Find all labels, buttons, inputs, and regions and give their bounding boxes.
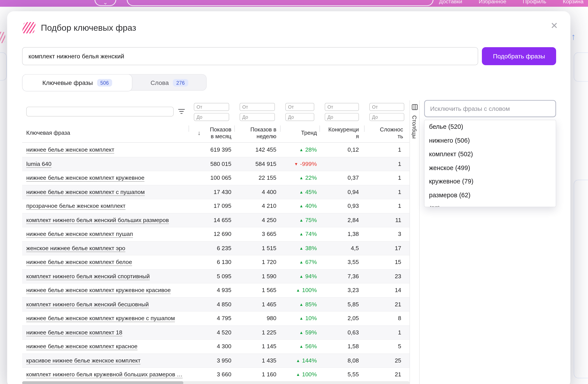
trend-up-icon: ▲ [299, 330, 303, 335]
words-count-badge: 276 [173, 79, 188, 86]
shows-week-cell: 1 435 [234, 354, 280, 367]
shows-month-cell: 5 095 [189, 269, 234, 283]
table-row: женское нижнее белье комплект эро6 2351 … [22, 241, 410, 255]
shows-month-cell: 12 690 [189, 227, 234, 241]
trend-cell: ▲28% [280, 143, 319, 157]
close-icon[interactable]: ✕ [549, 20, 560, 31]
phrase-cell: комплект нижнего белья женский бесшовный [22, 298, 189, 311]
shows-month-cell: 17 095 [189, 199, 234, 213]
shows-month-cell: 619 395 [189, 143, 234, 157]
header-shows-week[interactable]: Показов в неделю [234, 124, 280, 142]
tab-words[interactable]: Слова 276 [132, 75, 206, 91]
trend-up-icon: ▲ [296, 288, 300, 292]
shows-month-cell: 17 430 [189, 185, 234, 199]
screen: ⌄ ДоставкиИзбранноеПрофильКорзина ↑ Подб… [0, 0, 588, 384]
exclude-suggestion-item[interactable]: нижнего (506) [424, 134, 556, 148]
exclude-suggestion-item[interactable]: комплект (502) [424, 148, 556, 161]
phrase-cell: нижнее белье женское комплект красное [22, 340, 189, 353]
phrase-link[interactable]: нижнее белье женское комплект кружевное … [26, 287, 170, 294]
phrase-filter-input[interactable] [26, 107, 174, 116]
phrase-link[interactable]: комплект нижнего белья кружевной больших… [26, 371, 183, 378]
difficulty-cell: 17 [364, 241, 410, 255]
exclude-suggestion-item[interactable]: размеров (62) [424, 189, 556, 202]
header-phrase[interactable]: Ключевая фраза [22, 124, 189, 142]
shows-month-cell: 3 950 [189, 354, 234, 367]
table-row: нижнее белье женское комплект619 395142 … [22, 143, 410, 157]
header-shows-week-label: Показов в неделю [245, 126, 276, 140]
filter-from-input[interactable] [285, 103, 314, 111]
difficulty-cell: 25 [364, 354, 410, 367]
competition-cell: 1,38 [319, 227, 364, 241]
header-competition[interactable]: Конкуренция [319, 124, 364, 142]
competition-cell: 0,37 [319, 171, 364, 185]
horizontal-scrollbar[interactable] [22, 381, 410, 384]
competition-cell: 5,85 [319, 298, 364, 311]
exclude-word-input[interactable] [424, 100, 556, 117]
columns-toggle-strip[interactable]: Столбцы [410, 100, 420, 384]
phrase-link[interactable]: нижнее белье женское комплект пушап [26, 231, 133, 238]
filter-to-input[interactable] [325, 113, 359, 121]
header-shows-month[interactable]: ↓ Показов в месяц [189, 124, 234, 142]
table-row: нижнее белье женское комплект кружевное … [22, 283, 410, 297]
header-difficulty[interactable]: Сложность [364, 124, 410, 142]
filter-to-input[interactable] [240, 113, 275, 121]
exclude-suggestion-item[interactable]: кружевное (79) [424, 175, 556, 189]
phrase-link[interactable]: комплект нижнего белья женский больших р… [26, 217, 169, 224]
phrase-link[interactable]: нижнее белье женское комплект красное [26, 343, 137, 350]
scrollbar-thumb[interactable] [22, 381, 184, 384]
phrase-link[interactable]: комплект нижнего белья женский бесшовный [26, 301, 149, 308]
exclude-suggestion-item-partial[interactable]: (57) [424, 202, 556, 207]
trend-up-icon: ▲ [299, 176, 303, 180]
phrase-link[interactable]: красивое нижнее белье женское комплект [26, 357, 140, 364]
shows-month-cell: 4 935 [189, 284, 234, 297]
trend-cell: ▲100% [280, 284, 319, 297]
phrase-link[interactable]: нижнее белье женское комплект [26, 146, 114, 153]
exclude-suggestion-item[interactable]: женское (499) [424, 161, 556, 175]
filter-from-input[interactable] [325, 103, 359, 111]
find-phrases-button[interactable]: Подобрать фразы [482, 47, 556, 65]
query-input[interactable] [22, 47, 478, 65]
filter-to-input[interactable] [285, 113, 314, 121]
phrase-link[interactable]: прозрачное белье женское комплект [26, 203, 126, 210]
filter-minmax-difficulty [364, 100, 410, 124]
filter-from-input[interactable] [369, 103, 404, 111]
phrase-link[interactable]: нижнее белье женское комплект кружевное [26, 175, 144, 181]
filter-from-input[interactable] [240, 103, 275, 111]
shows-week-cell: 3 665 [234, 227, 280, 241]
difficulty-cell: 14 [364, 284, 410, 297]
trend-up-icon: ▲ [299, 148, 303, 152]
difficulty-cell: 1 [364, 185, 410, 199]
keywords-table: Ключевая фраза ↓ Показов в месяц Показов… [22, 100, 410, 381]
phrase-cell: комплект нижнего белья женский больших р… [22, 213, 189, 227]
tabs-bar: Ключевые фразы 506 Слова 276 [22, 74, 207, 91]
filter-to-input[interactable] [369, 113, 404, 121]
competition-cell: 8,08 [319, 354, 364, 367]
tab-keyword-phrases[interactable]: Ключевые фразы 506 [22, 74, 132, 92]
shows-month-cell: 3 660 [189, 368, 234, 381]
shows-week-cell: 1 225 [234, 326, 280, 339]
phrase-link[interactable]: нижнее белье женское комплект белое [26, 259, 132, 266]
shows-month-cell: 14 655 [189, 213, 234, 227]
filter-to-input[interactable] [194, 113, 229, 121]
header-trend[interactable]: Тренд [280, 124, 319, 142]
filter-funnel-icon[interactable] [178, 109, 185, 116]
phrase-link[interactable]: нижнее белье женское комплект 18 [26, 329, 122, 336]
phrase-link[interactable]: комплект нижнего белья женский спортивны… [26, 273, 150, 280]
phrase-link[interactable]: нижнее белье женское комплект с пушапом [26, 189, 145, 195]
trend-up-icon: ▲ [299, 316, 303, 321]
brand-logo-icon [22, 22, 36, 33]
shows-week-cell: 1 515 [234, 241, 280, 255]
trend-up-icon: ▲ [299, 246, 303, 250]
phrase-link[interactable]: нижнее белье женское комплект кружевное … [26, 315, 175, 322]
competition-cell: 0,12 [319, 143, 364, 157]
trend-cell: ▲144% [280, 354, 319, 367]
sort-desc-icon[interactable]: ↓ [198, 129, 201, 136]
filter-from-input[interactable] [194, 103, 229, 111]
trend-up-icon: ▲ [299, 204, 303, 208]
exclude-suggestion-item[interactable]: белье (520) [424, 120, 556, 134]
phrase-cell: нижнее белье женское комплект белое [22, 255, 189, 269]
phrase-cell: lumia 640 [22, 157, 189, 171]
competition-cell: 5,55 [319, 368, 364, 381]
phrase-link[interactable]: женское нижнее белье комплект эро [26, 245, 125, 252]
phrase-link[interactable]: lumia 640 [26, 161, 51, 167]
